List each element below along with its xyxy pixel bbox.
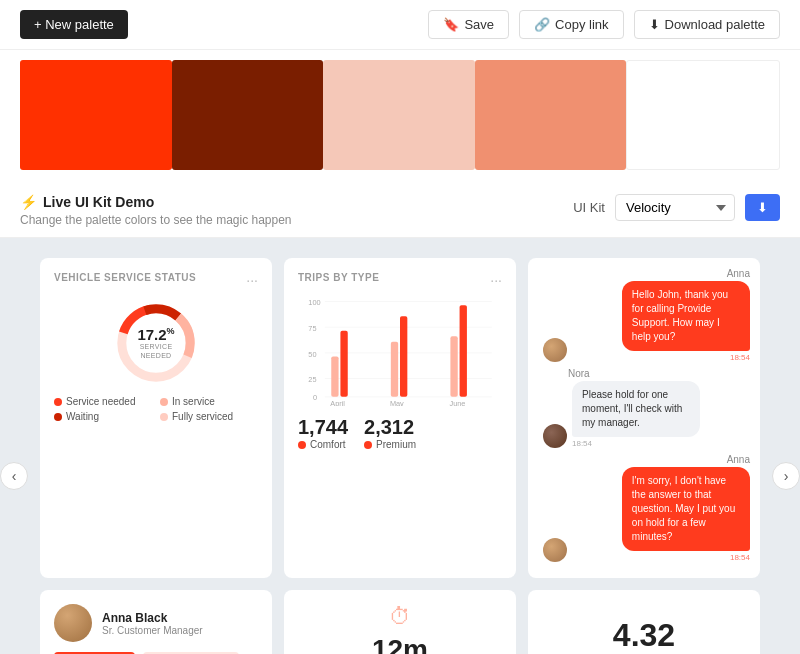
- new-palette-button[interactable]: + New palette: [20, 10, 128, 39]
- swatches-row: [0, 50, 800, 180]
- link-icon: 🔗: [534, 17, 550, 32]
- bookmark-icon: 🔖: [443, 17, 459, 32]
- nps-card: 4.32 Median NPS: [528, 590, 760, 654]
- trips-card-menu[interactable]: ···: [490, 272, 502, 288]
- chat-sender-nora: Nora: [568, 368, 750, 379]
- svg-text:0: 0: [313, 393, 317, 402]
- dashboard-grid: VEHICLE SERVICE STATUS ···: [40, 258, 760, 654]
- clock-icon: ⏱: [389, 604, 411, 630]
- donut-percent: 17.2%: [137, 326, 174, 343]
- chat-time-anna-2: 18:54: [730, 553, 750, 562]
- swatch-5[interactable]: [626, 60, 780, 170]
- legend-label-inservice: In service: [172, 396, 215, 407]
- vehicle-card-menu[interactable]: ···: [246, 272, 258, 288]
- lightning-icon: ⚡: [20, 194, 37, 210]
- chat-time-anna-1: 18:54: [730, 353, 750, 362]
- vehicle-legend: Service needed In service Waiting Fully …: [54, 396, 258, 422]
- download-icon: ⬇: [649, 17, 660, 32]
- save-button[interactable]: 🔖 Save: [428, 10, 509, 39]
- swatch-1[interactable]: [20, 60, 172, 170]
- trips-comfort-type: Comfort: [298, 439, 348, 450]
- chat-bubble-anna-2: I'm sorry, I don't have the answer to th…: [622, 467, 750, 551]
- chat-msg-nora: Please hold for one moment, I'll check w…: [538, 381, 750, 448]
- legend-service-needed: Service needed: [54, 396, 152, 407]
- profile-card: Anna Black Sr. Customer Manager View pro…: [40, 590, 272, 654]
- legend-label-service: Service needed: [66, 396, 136, 407]
- chat-card: Anna Hello John, thank you for calling P…: [528, 258, 760, 578]
- legend-fully-serviced: Fully serviced: [160, 411, 258, 422]
- vehicle-card-title: VEHICLE SERVICE STATUS: [54, 272, 196, 283]
- trips-dot-premium: [364, 441, 372, 449]
- svg-text:May: May: [390, 399, 404, 406]
- avatar-anna-1: [543, 338, 567, 362]
- profile-name: Anna Black: [102, 611, 203, 625]
- chat-sender-anna-1: Anna: [538, 268, 750, 279]
- legend-dot-fully: [160, 413, 168, 421]
- vehicle-service-card: VEHICLE SERVICE STATUS ···: [40, 258, 272, 578]
- svg-rect-17: [400, 316, 407, 397]
- demo-area: ‹ › VEHICLE SERVICE STATUS ···: [0, 238, 800, 654]
- svg-text:25: 25: [308, 375, 316, 384]
- carousel-left-arrow[interactable]: ‹: [0, 462, 28, 490]
- profile-role: Sr. Customer Manager: [102, 625, 203, 636]
- live-kit-left: ⚡ Live UI Kit Demo Change the palette co…: [20, 194, 292, 227]
- chat-msg-anna-1: Hello John, thank you for calling Provid…: [538, 281, 750, 362]
- bar-chart-svg: 100 75 50 25 0: [298, 296, 502, 406]
- svg-rect-15: [340, 331, 347, 397]
- toolbar-actions: 🔖 Save 🔗 Copy link ⬇ Download palette: [428, 10, 780, 39]
- live-kit-right: UI Kit Velocity Material Bootstrap ⬇: [573, 194, 780, 221]
- chat-time-nora: 18:54: [572, 439, 592, 448]
- avatar-nora: [543, 424, 567, 448]
- response-value: 12m: [372, 634, 428, 654]
- svg-text:50: 50: [308, 350, 316, 359]
- toolbar: + New palette 🔖 Save 🔗 Copy link ⬇ Downl…: [0, 0, 800, 50]
- donut-container: 17.2% SERVICENEEDED: [54, 298, 258, 388]
- legend-label-waiting: Waiting: [66, 411, 99, 422]
- ui-kit-select[interactable]: Velocity Material Bootstrap: [615, 194, 735, 221]
- copy-link-button[interactable]: 🔗 Copy link: [519, 10, 623, 39]
- trips-dot-comfort: [298, 441, 306, 449]
- chat-sender-anna-2: Anna: [538, 454, 750, 465]
- svg-text:100: 100: [308, 298, 320, 307]
- profile-row: Anna Black Sr. Customer Manager: [54, 604, 258, 642]
- donut-label: SERVICENEEDED: [137, 343, 174, 360]
- legend-waiting: Waiting: [54, 411, 152, 422]
- profile-avatar: [54, 604, 92, 642]
- svg-text:April: April: [330, 399, 345, 406]
- legend-dot-service: [54, 398, 62, 406]
- trips-premium-value: 2,312: [364, 416, 416, 439]
- trips-comfort: 1,744 Comfort: [298, 416, 348, 450]
- legend-in-service: In service: [160, 396, 258, 407]
- live-kit-section: ⚡ Live UI Kit Demo Change the palette co…: [0, 180, 800, 238]
- live-kit-title-row: ⚡ Live UI Kit Demo: [20, 194, 292, 210]
- trips-card: TRIPS BY TYPE ··· 100 75 50 25 0: [284, 258, 516, 578]
- swatch-4[interactable]: [475, 60, 627, 170]
- live-kit-subtitle: Change the palette colors to see the mag…: [20, 213, 292, 227]
- download-palette-button[interactable]: ⬇ Download palette: [634, 10, 780, 39]
- legend-dot-inservice: [160, 398, 168, 406]
- trips-numbers: 1,744 Comfort 2,312 Premium: [298, 416, 502, 450]
- ui-kit-label: UI Kit: [573, 200, 605, 215]
- chat-bubble-anna-1: Hello John, thank you for calling Provid…: [622, 281, 750, 351]
- swatch-2[interactable]: [172, 60, 324, 170]
- profile-info: Anna Black Sr. Customer Manager: [102, 611, 203, 636]
- carousel-right-arrow[interactable]: ›: [772, 462, 800, 490]
- trips-premium: 2,312 Premium: [364, 416, 416, 450]
- live-kit-title: Live UI Kit Demo: [43, 194, 154, 210]
- trips-comfort-value: 1,744: [298, 416, 348, 439]
- trips-premium-type: Premium: [364, 439, 416, 450]
- bar-chart: 100 75 50 25 0: [298, 296, 502, 410]
- svg-text:75: 75: [308, 324, 316, 333]
- nps-value: 4.32: [613, 617, 675, 654]
- svg-rect-19: [460, 305, 467, 397]
- donut-center: 17.2% SERVICENEEDED: [137, 326, 174, 360]
- swatch-3[interactable]: [323, 60, 475, 170]
- svg-rect-18: [450, 336, 457, 397]
- legend-dot-waiting: [54, 413, 62, 421]
- svg-text:June: June: [450, 399, 466, 406]
- trips-card-title: TRIPS BY TYPE: [298, 272, 379, 283]
- chat-msg-anna-2: I'm sorry, I don't have the answer to th…: [538, 467, 750, 562]
- svg-rect-16: [391, 342, 398, 397]
- response-card: ⏱ 12m Average response: [284, 590, 516, 654]
- download-kit-button[interactable]: ⬇: [745, 194, 780, 221]
